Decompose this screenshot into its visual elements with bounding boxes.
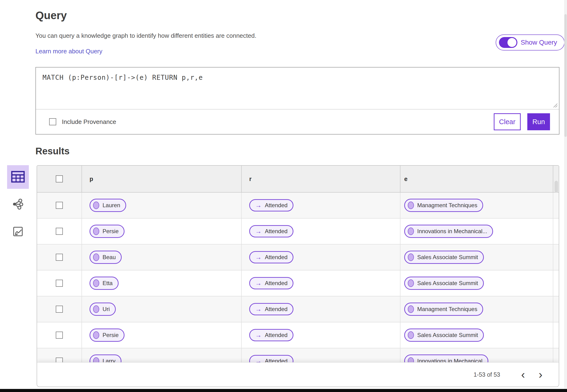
relationship-pill[interactable]: →Attended (249, 303, 293, 315)
entity-label: Larry (103, 358, 116, 362)
relationship-pill[interactable]: →Attended (249, 277, 293, 289)
relationship-pill[interactable]: →Attended (249, 225, 293, 238)
column-header-p: p (82, 166, 242, 192)
entity-pill[interactable]: Larry (90, 354, 121, 362)
entity-label: Innovations in Mechanical... (417, 228, 487, 235)
node-icon (93, 280, 99, 287)
row-checkbox[interactable] (56, 280, 63, 287)
entity-label: Beau (103, 254, 116, 261)
row-checkbox[interactable] (56, 358, 63, 362)
node-icon (408, 280, 414, 287)
relationship-pill[interactable]: →Attended (249, 329, 293, 341)
node-icon (93, 227, 99, 235)
relationship-pill[interactable]: →Attended (249, 199, 293, 211)
map-view-button[interactable] (7, 220, 29, 244)
entity-pill[interactable]: Managment Techniques (404, 199, 483, 212)
entity-pill[interactable]: Beau (90, 251, 122, 264)
show-query-toggle[interactable]: Show Query (496, 34, 565, 51)
node-icon (93, 253, 99, 261)
query-panel-footer: Include Provenance Clear Run (36, 110, 559, 134)
chevron-left-icon: ‹ (521, 368, 525, 381)
page-scrollbar[interactable] (564, 0, 567, 389)
query-panel: MATCH (p:Person)-[r]->(e) RETURN p,r,e I… (35, 67, 559, 135)
learn-more-link[interactable]: Learn more about Query (35, 48, 102, 55)
previous-page-button[interactable]: ‹ (518, 370, 528, 379)
relationship-pill[interactable]: →Attended (249, 251, 293, 263)
relationship-label: Attended (265, 228, 287, 235)
row-checkbox[interactable] (56, 202, 63, 209)
entity-pill[interactable]: Uri (90, 303, 116, 316)
arrow-right-icon: → (255, 228, 262, 235)
entity-label: Sales Associate Summit (417, 280, 478, 286)
node-icon (408, 305, 414, 313)
node-icon (93, 357, 99, 362)
table-row: Larry →Attended Innovations in Mechanica… (37, 348, 559, 362)
window-bottom-edge (0, 389, 567, 392)
table-row: Uri →Attended Managment Techniques (37, 296, 559, 322)
node-icon (408, 357, 414, 362)
entity-pill[interactable]: Innovations in Mechanical (404, 354, 488, 362)
graph-view-button[interactable] (7, 193, 29, 216)
row-checkbox[interactable] (56, 332, 63, 339)
row-checkbox[interactable] (56, 306, 63, 313)
table-scrollbar-thumb[interactable] (554, 181, 558, 193)
include-provenance-option[interactable]: Include Provenance (49, 118, 116, 126)
arrow-right-icon: → (255, 280, 262, 286)
entity-pill[interactable]: Etta (90, 277, 119, 290)
query-actions: Clear Run (494, 113, 550, 130)
node-icon (93, 202, 99, 209)
resize-handle-icon[interactable] (552, 102, 558, 109)
arrow-right-icon: → (255, 332, 262, 338)
row-checkbox[interactable] (56, 228, 63, 235)
relationship-label: Attended (265, 332, 287, 338)
column-header-r: r (242, 166, 401, 192)
query-input[interactable]: MATCH (p:Person)-[r]->(e) RETURN p,r,e (36, 68, 559, 110)
include-provenance-label: Include Provenance (62, 118, 116, 126)
entity-pill[interactable]: Sales Associate Summit (404, 329, 484, 342)
results-table-card: p r e Lauren →Attended Managment Techniq… (37, 165, 559, 387)
arrow-right-icon: → (255, 202, 262, 209)
next-page-button[interactable]: › (535, 370, 546, 379)
relationship-label: Attended (265, 358, 287, 362)
entity-pill[interactable]: Sales Associate Summit (404, 251, 484, 264)
entity-pill[interactable]: Innovations in Mechanical... (404, 225, 493, 238)
select-all-checkbox[interactable] (56, 175, 63, 182)
table-row: Persie →Attended Sales Associate Summit (37, 322, 559, 348)
table-view-icon (11, 171, 25, 183)
arrow-right-icon: → (255, 358, 262, 363)
run-button[interactable]: Run (527, 113, 550, 130)
entity-label: Managment Techniques (417, 202, 477, 209)
relationship-label: Attended (265, 306, 287, 312)
pagination-bar: 1-53 of 53 ‹ › (37, 362, 559, 387)
entity-label: Persie (103, 228, 119, 235)
entity-label: Lauren (103, 202, 120, 209)
results-table: p r e Lauren →Attended Managment Techniq… (37, 166, 559, 362)
table-row: Persie →Attended Innovations in Mechanic… (37, 219, 559, 244)
toggle-on-icon[interactable] (499, 37, 517, 48)
node-icon (408, 227, 414, 235)
entity-pill[interactable]: Managment Techniques (404, 303, 483, 316)
arrow-right-icon: → (255, 306, 262, 312)
results-view-switcher (7, 165, 29, 244)
include-provenance-checkbox[interactable] (49, 118, 56, 125)
table-header-row: p r e (37, 166, 559, 193)
entity-pill[interactable]: Persie (90, 225, 124, 238)
page-scrollbar-thumb[interactable] (564, 14, 567, 137)
row-checkbox[interactable] (56, 254, 63, 261)
query-page: Query You can query a knowledge graph to… (0, 0, 567, 392)
relationship-label: Attended (265, 254, 287, 261)
relationship-pill[interactable]: →Attended (249, 355, 293, 362)
arrow-right-icon: → (255, 254, 262, 261)
entity-pill[interactable]: Persie (90, 329, 124, 342)
node-icon (93, 305, 99, 313)
pagination-range: 1-53 of 53 (474, 371, 500, 378)
clear-button[interactable]: Clear (494, 113, 521, 130)
node-icon (408, 202, 414, 209)
entity-pill[interactable]: Lauren (90, 199, 126, 212)
graph-view-icon (12, 198, 24, 210)
table-view-button[interactable] (7, 165, 29, 189)
map-view-icon (13, 226, 23, 238)
entity-label: Managment Techniques (417, 306, 477, 312)
entity-pill[interactable]: Sales Associate Summit (404, 277, 484, 290)
node-icon (408, 253, 414, 261)
